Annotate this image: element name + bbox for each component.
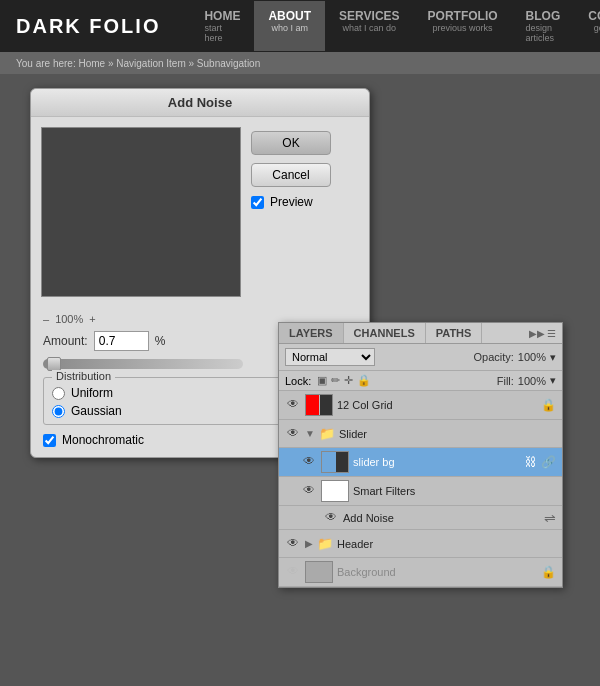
layers-toolbar: Normal Multiply Screen Opacity: 100% ▾ xyxy=(279,344,562,371)
fill-arrow[interactable]: ▾ xyxy=(550,374,556,387)
lock-transparent-icon[interactable]: ▣ xyxy=(317,374,327,387)
layers-tabs: LAYERS CHANNELS PATHS ▶▶ ☰ xyxy=(279,323,562,344)
layer-row-background[interactable]: 👁 Background 🔒 xyxy=(279,558,562,587)
nav-about-sub: who I am xyxy=(272,23,309,33)
layer-row-smartfilters[interactable]: 👁 Smart Filters xyxy=(279,477,562,506)
slider-thumb[interactable] xyxy=(47,357,61,371)
layer-name-header: Header xyxy=(337,538,556,550)
layer-lock-12colgrid: 🔒 xyxy=(541,398,556,412)
layers-lock-row: Lock: ▣ ✏ ✛ 🔒 Fill: 100% ▾ xyxy=(279,371,562,391)
dialog-buttons: OK Cancel Preview xyxy=(251,127,331,297)
lock-paint-icon[interactable]: ✏ xyxy=(331,374,340,387)
nav-contact[interactable]: CONTACT get in touch xyxy=(574,1,600,51)
site-logo: DARK FOLIO xyxy=(16,15,160,38)
zoom-plus[interactable]: + xyxy=(89,313,95,325)
nav-services-sub: what I can do xyxy=(343,23,397,33)
opacity-arrow[interactable]: ▾ xyxy=(550,351,556,364)
opacity-row: Opacity: 100% ▾ xyxy=(474,351,557,364)
layer-name-sliderbg: slider bg xyxy=(353,456,521,468)
folder-icon-header: 📁 xyxy=(317,536,333,551)
nav-blog-label: BLOG xyxy=(526,9,561,23)
lock-move-icon[interactable]: ✛ xyxy=(344,374,353,387)
nav-home-sub: start here xyxy=(204,23,240,43)
amount-slider[interactable] xyxy=(43,359,243,369)
gaussian-label: Gaussian xyxy=(71,404,122,418)
expand-icon-header[interactable]: ▶ xyxy=(305,538,313,549)
dialog-body: OK Cancel Preview xyxy=(31,117,369,307)
preview-label: Preview xyxy=(270,195,313,209)
monochromatic-checkbox[interactable] xyxy=(43,434,56,447)
layer-row-addnoise[interactable]: 👁 Add Noise ⇌ xyxy=(279,506,562,530)
layer-thumb-smartfilters xyxy=(321,480,349,502)
link-icon-sliderbg: 🔗 xyxy=(541,455,556,469)
blend-mode-select[interactable]: Normal Multiply Screen xyxy=(285,348,375,366)
folder-icon-slider: 📁 xyxy=(319,426,335,441)
eye-icon-sliderbg[interactable]: 👁 xyxy=(301,454,317,470)
layer-name-addnoise: Add Noise xyxy=(343,512,540,524)
tab-channels[interactable]: CHANNELS xyxy=(344,323,426,343)
preview-checkbox[interactable] xyxy=(251,196,264,209)
distribution-label: Distribution xyxy=(52,370,115,382)
cancel-button[interactable]: Cancel xyxy=(251,163,331,187)
fill-label: Fill: xyxy=(497,375,514,387)
layer-row-slider[interactable]: 👁 ▼ 📁 Slider xyxy=(279,420,562,448)
layer-name-slider: Slider xyxy=(339,428,556,440)
layer-row-header[interactable]: 👁 ▶ 📁 Header xyxy=(279,530,562,558)
dialog-title: Add Noise xyxy=(31,89,369,117)
breadcrumb: You are here: Home » Navigation Item » S… xyxy=(0,52,600,74)
tab-layers[interactable]: LAYERS xyxy=(279,323,344,343)
monochromatic-label: Monochromatic xyxy=(62,433,144,447)
nav-contact-label: CONTACT xyxy=(588,9,600,23)
fill-row: Fill: 100% ▾ xyxy=(497,374,556,387)
navbar: DARK FOLIO HOME start here ABOUT who I a… xyxy=(0,0,600,52)
zoom-minus[interactable]: – xyxy=(43,313,49,325)
zoom-value: 100% xyxy=(55,313,83,325)
uniform-radio[interactable] xyxy=(52,387,65,400)
chain-icon-sliderbg: ⛓ xyxy=(525,455,537,469)
breadcrumb-text: You are here: Home » Navigation Item » S… xyxy=(16,58,260,69)
layer-thumb-12colgrid xyxy=(305,394,333,416)
eye-icon-header[interactable]: 👁 xyxy=(285,536,301,552)
lock-all-icon[interactable]: 🔒 xyxy=(357,374,371,387)
lock-label: Lock: xyxy=(285,375,311,387)
layer-name-12colgrid: 12 Col Grid xyxy=(337,399,537,411)
layer-row-12colgrid[interactable]: 👁 12 Col Grid 🔒 xyxy=(279,391,562,420)
layer-thumb-background xyxy=(305,561,333,583)
eye-icon-addnoise[interactable]: 👁 xyxy=(323,510,339,526)
panel-arrows: ▶▶ ☰ xyxy=(523,328,562,339)
percent-label: % xyxy=(155,334,166,348)
uniform-label: Uniform xyxy=(71,386,113,400)
eye-icon-slider[interactable]: 👁 xyxy=(285,426,301,442)
panel-menu[interactable]: ☰ xyxy=(547,328,556,339)
nav-portfolio-sub: previous works xyxy=(433,23,493,33)
eye-icon-smartfilters[interactable]: 👁 xyxy=(301,483,317,499)
layer-lock-background: 🔒 xyxy=(541,565,556,579)
nav-home[interactable]: HOME start here xyxy=(190,1,254,51)
main-area: Add Noise OK Cancel Preview – 100% + Amo… xyxy=(0,74,600,686)
nav-portfolio[interactable]: PORTFOLIO previous works xyxy=(414,1,512,51)
ok-button[interactable]: OK xyxy=(251,131,331,155)
tab-paths[interactable]: PATHS xyxy=(426,323,483,343)
layer-name-smartfilters: Smart Filters xyxy=(353,485,556,497)
arrow-forward[interactable]: ▶▶ xyxy=(529,328,545,339)
amount-label: Amount: xyxy=(43,334,88,348)
preview-canvas xyxy=(41,127,241,297)
opacity-label: Opacity: xyxy=(474,351,514,363)
layer-row-sliderbg[interactable]: 👁 slider bg ⛓ 🔗 xyxy=(279,448,562,477)
amount-input[interactable] xyxy=(94,331,149,351)
nav-services-label: SERVICES xyxy=(339,9,399,23)
expand-icon-slider[interactable]: ▼ xyxy=(305,428,315,439)
eye-icon-12colgrid[interactable]: 👁 xyxy=(285,397,301,413)
nav-blog[interactable]: BLOG design articles xyxy=(512,1,575,51)
gaussian-radio[interactable] xyxy=(52,405,65,418)
layers-panel: LAYERS CHANNELS PATHS ▶▶ ☰ Normal Multip… xyxy=(278,322,563,588)
layer-thumb-sliderbg xyxy=(321,451,349,473)
nav-contact-sub: get in touch xyxy=(594,23,600,33)
nav-services[interactable]: SERVICES what I can do xyxy=(325,1,413,51)
nav-about[interactable]: ABOUT who I am xyxy=(254,1,325,51)
fill-value: 100% xyxy=(518,375,546,387)
lock-icons: ▣ ✏ ✛ 🔒 xyxy=(317,374,371,387)
adjust-icon-addnoise: ⇌ xyxy=(544,510,556,526)
nav-portfolio-label: PORTFOLIO xyxy=(428,9,498,23)
layer-name-background: Background xyxy=(337,566,537,578)
